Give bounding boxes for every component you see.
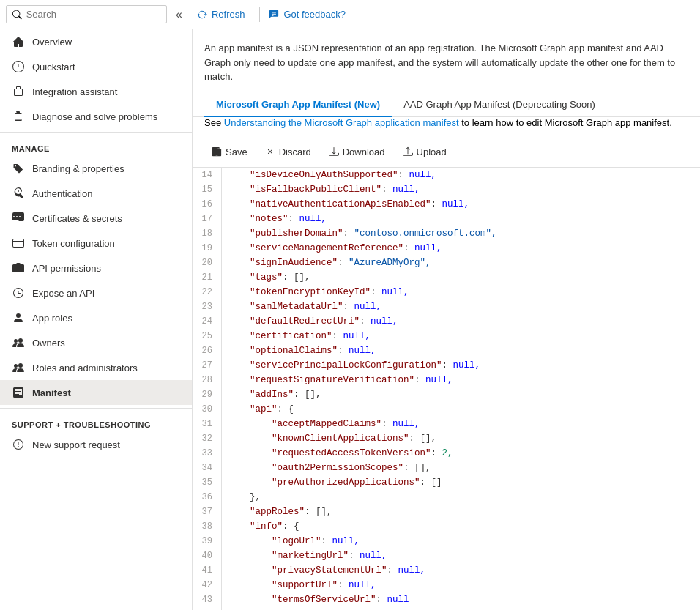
sidebar-item-roles-admins[interactable]: Roles and administrators <box>0 355 192 380</box>
line-content: "certification": null, <box>228 329 371 343</box>
line-content: "nativeAuthenticationApisEnabled": null, <box>228 197 469 212</box>
sidebar-label-new-support: New support request <box>32 439 120 450</box>
search-icon <box>12 10 22 20</box>
line-content: "marketingUrl": null, <box>228 548 387 563</box>
line-content: "info": { <box>228 519 299 534</box>
sidebar-item-integration[interactable]: Integration assistant <box>0 79 192 104</box>
manifest-toolbar: Save Discard Download Upload <box>193 137 700 168</box>
code-line: 18 "publisherDomain": "contoso.onmicroso… <box>193 226 700 241</box>
certificates-icon <box>12 212 25 225</box>
code-line: 19 "serviceManagementReference": null, <box>193 241 700 256</box>
code-line: 27 "servicePrincipalLockConfiguration": … <box>193 358 700 373</box>
line-content: "tags": [], <box>228 270 310 285</box>
line-number: 26 <box>193 343 222 358</box>
code-line: 15 "isFallbackPublicClient": null, <box>193 182 700 197</box>
line-content: "isFallbackPublicClient": null, <box>228 182 420 197</box>
download-icon <box>329 146 339 157</box>
refresh-label: Refresh <box>212 9 245 20</box>
tab-aad-manifest[interactable]: AAD Graph App Manifest (Deprecating Soon… <box>392 93 607 117</box>
refresh-button[interactable]: Refresh <box>191 6 251 23</box>
line-number: 17 <box>193 212 222 226</box>
sidebar-item-manifest[interactable]: Manifest <box>0 380 192 405</box>
search-input[interactable] <box>26 9 160 20</box>
sidebar-item-authentication[interactable]: Authentication <box>0 181 192 206</box>
feedback-button[interactable]: Got feedback? <box>269 9 346 20</box>
line-number: 25 <box>193 329 222 343</box>
code-line: 16 "nativeAuthenticationApisEnabled": nu… <box>193 197 700 212</box>
discard-button[interactable]: Discard <box>258 143 319 161</box>
line-content: "privacyStatementUrl": null, <box>228 563 425 578</box>
sidebar-label-authentication: Authentication <box>32 188 92 199</box>
line-number: 37 <box>193 505 222 519</box>
sidebar-item-diagnose[interactable]: Diagnose and solve problems <box>0 104 192 129</box>
code-line: 36 }, <box>193 490 700 505</box>
sidebar-label-diagnose: Diagnose and solve problems <box>32 111 157 122</box>
sidebar-item-certificates[interactable]: Certificates & secrets <box>0 206 192 231</box>
line-content: "api": { <box>228 402 294 417</box>
code-line: 22 "tokenEncryptionKeyId": null, <box>193 285 700 300</box>
code-editor[interactable]: 14 "isDeviceOnlyAuthSupported": null,15 … <box>193 168 700 611</box>
line-number: 28 <box>193 373 222 387</box>
line-content: "termsOfServiceUrl": null <box>228 592 409 607</box>
sidebar-divider-1 <box>0 132 192 133</box>
download-label: Download <box>343 146 385 157</box>
main-layout: Overview Quickstart Integration assistan… <box>0 29 700 610</box>
tab-graph-manifest[interactable]: Microsoft Graph App Manifest (New) <box>204 93 392 117</box>
save-icon <box>212 146 222 157</box>
code-line: 24 "defaultRedirectUri": null, <box>193 314 700 329</box>
line-content: "signInAudience": "AzureADMyOrg", <box>228 256 431 270</box>
main-content: An app manifest is a JSON representation… <box>193 29 700 610</box>
quickstart-icon <box>12 60 25 73</box>
line-content: "defaultRedirectUri": null, <box>228 314 398 329</box>
line-content: "supportUrl": null, <box>228 578 376 592</box>
line-number: 16 <box>193 197 222 212</box>
feedback-icon <box>269 10 279 20</box>
code-line: 30 "api": { <box>193 402 700 417</box>
top-bar: « Refresh Got feedback? <box>0 0 700 29</box>
sidebar-item-owners[interactable]: Owners <box>0 330 192 355</box>
code-line: 41 "privacyStatementUrl": null, <box>193 563 700 578</box>
sidebar-item-api-permissions[interactable]: API permissions <box>0 256 192 280</box>
line-number: 36 <box>193 490 222 505</box>
manifest-link[interactable]: Understanding the Microsoft Graph applic… <box>224 117 459 128</box>
line-content: "requestSignatureVerification": null, <box>228 373 453 387</box>
line-content: "samlMetadataUrl": null, <box>228 300 381 314</box>
sidebar-item-quickstart[interactable]: Quickstart <box>0 54 192 79</box>
sidebar-item-new-support[interactable]: New support request <box>0 432 192 457</box>
sidebar-label-certificates: Certificates & secrets <box>32 213 122 224</box>
description-text: An app manifest is a JSON representation… <box>204 42 675 82</box>
sidebar-label-app-roles: App roles <box>32 313 72 324</box>
code-line: 38 "info": { <box>193 519 700 534</box>
line-number: 22 <box>193 285 222 300</box>
approles-icon <box>12 311 25 324</box>
download-button[interactable]: Download <box>321 143 392 161</box>
collapse-sidebar-button[interactable]: « <box>176 8 182 21</box>
line-number: 41 <box>193 563 222 578</box>
link-prefix: See <box>204 117 224 128</box>
save-label: Save <box>226 146 247 157</box>
code-line: 39 "logoUrl": null, <box>193 534 700 548</box>
sidebar-item-branding[interactable]: Branding & properties <box>0 156 192 181</box>
authentication-icon <box>12 187 25 200</box>
code-line: 25 "certification": null, <box>193 329 700 343</box>
line-number: 42 <box>193 578 222 592</box>
sidebar-item-app-roles[interactable]: App roles <box>0 305 192 330</box>
branding-icon <box>12 162 25 175</box>
code-line: 28 "requestSignatureVerification": null, <box>193 373 700 387</box>
owners-icon <box>12 336 25 349</box>
sidebar-item-expose-api[interactable]: Expose an API <box>0 280 192 305</box>
save-button[interactable]: Save <box>204 143 255 161</box>
tabs-bar: Microsoft Graph App Manifest (New) AAD G… <box>193 93 700 117</box>
sidebar-label-integration: Integration assistant <box>32 86 117 97</box>
code-line: 42 "supportUrl": null, <box>193 578 700 592</box>
search-box[interactable] <box>6 5 167 23</box>
code-line: 17 "notes": null, <box>193 212 700 226</box>
line-content: "servicePrincipalLockConfiguration": nul… <box>228 358 480 373</box>
support-icon <box>12 438 25 451</box>
sidebar: Overview Quickstart Integration assistan… <box>0 29 193 610</box>
upload-button[interactable]: Upload <box>395 143 454 161</box>
integration-icon <box>12 85 25 98</box>
sidebar-item-overview[interactable]: Overview <box>0 29 192 54</box>
line-number: 38 <box>193 519 222 534</box>
sidebar-item-token[interactable]: Token configuration <box>0 231 192 256</box>
